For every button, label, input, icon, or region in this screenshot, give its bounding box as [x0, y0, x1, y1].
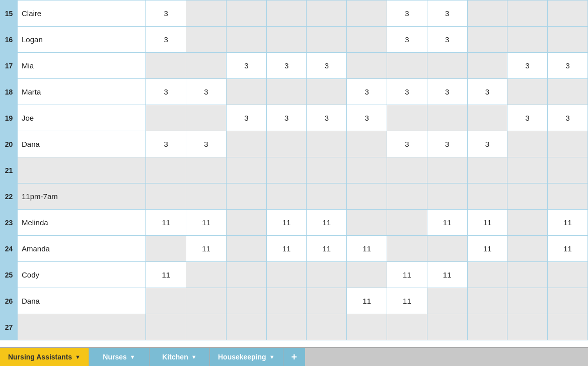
schedule-cell[interactable] — [266, 79, 307, 105]
schedule-cell[interactable] — [226, 157, 266, 184]
schedule-cell[interactable] — [507, 210, 548, 236]
schedule-cell[interactable]: 11 — [146, 262, 186, 288]
schedule-cell[interactable] — [387, 210, 427, 236]
schedule-cell[interactable]: 11 — [548, 210, 588, 236]
schedule-cell[interactable] — [507, 314, 548, 340]
employee-name[interactable]: Mia — [18, 53, 146, 79]
schedule-cell[interactable] — [387, 53, 427, 79]
schedule-cell[interactable] — [467, 105, 507, 131]
schedule-cell[interactable] — [146, 236, 186, 262]
schedule-cell[interactable]: 3 — [347, 79, 387, 105]
schedule-cell[interactable] — [548, 262, 588, 288]
schedule-cell[interactable]: 3 — [467, 131, 507, 157]
schedule-cell[interactable] — [146, 288, 186, 314]
schedule-cell[interactable] — [186, 314, 227, 340]
employee-name[interactable]: Claire — [18, 1, 146, 27]
schedule-cell[interactable]: 11 — [427, 262, 467, 288]
schedule-cell[interactable] — [467, 1, 507, 27]
schedule-cell[interactable]: 3 — [307, 105, 347, 131]
schedule-cell[interactable]: 3 — [387, 1, 427, 27]
schedule-cell[interactable] — [186, 184, 227, 210]
schedule-cell[interactable]: 11 — [186, 210, 227, 236]
schedule-cell[interactable] — [507, 288, 548, 314]
schedule-cell[interactable] — [548, 157, 588, 184]
employee-name[interactable]: Marta — [18, 79, 146, 105]
schedule-cell[interactable]: 11 — [266, 236, 307, 262]
schedule-cell[interactable] — [266, 184, 307, 210]
schedule-cell[interactable] — [427, 53, 467, 79]
schedule-cell[interactable]: 11 — [387, 262, 427, 288]
schedule-cell[interactable] — [548, 1, 588, 27]
schedule-cell[interactable]: 3 — [387, 27, 427, 53]
schedule-cell[interactable] — [507, 27, 548, 53]
employee-name[interactable]: 11pm-7am — [18, 184, 146, 210]
schedule-cell[interactable] — [427, 314, 467, 340]
schedule-cell[interactable]: 3 — [307, 53, 347, 79]
schedule-cell[interactable] — [266, 1, 307, 27]
schedule-cell[interactable] — [467, 157, 507, 184]
schedule-cell[interactable] — [347, 53, 387, 79]
schedule-cell[interactable] — [307, 1, 347, 27]
schedule-cell[interactable] — [347, 1, 387, 27]
schedule-cell[interactable]: 3 — [146, 27, 186, 53]
schedule-cell[interactable]: 3 — [226, 53, 266, 79]
schedule-cell[interactable]: 3 — [467, 79, 507, 105]
schedule-cell[interactable] — [507, 157, 548, 184]
schedule-cell[interactable] — [507, 262, 548, 288]
schedule-cell[interactable]: 11 — [427, 210, 467, 236]
schedule-cell[interactable] — [226, 1, 266, 27]
employee-name[interactable]: Melinda — [18, 210, 146, 236]
schedule-cell[interactable]: 11 — [186, 236, 227, 262]
schedule-cell[interactable] — [548, 131, 588, 157]
schedule-cell[interactable] — [226, 79, 266, 105]
schedule-cell[interactable] — [186, 27, 227, 53]
schedule-cell[interactable] — [467, 262, 507, 288]
schedule-cell[interactable]: 3 — [427, 131, 467, 157]
schedule-cell[interactable]: 3 — [226, 105, 266, 131]
schedule-cell[interactable] — [307, 262, 347, 288]
schedule-cell[interactable] — [387, 105, 427, 131]
schedule-cell[interactable]: 3 — [146, 131, 186, 157]
schedule-cell[interactable]: 11 — [548, 236, 588, 262]
schedule-cell[interactable]: 3 — [548, 105, 588, 131]
schedule-cell[interactable] — [427, 105, 467, 131]
schedule-cell[interactable] — [266, 157, 307, 184]
schedule-cell[interactable] — [307, 131, 347, 157]
schedule-cell[interactable] — [226, 262, 266, 288]
schedule-cell[interactable] — [548, 288, 588, 314]
schedule-cell[interactable]: 11 — [146, 210, 186, 236]
schedule-cell[interactable] — [226, 236, 266, 262]
schedule-cell[interactable] — [186, 262, 227, 288]
schedule-cell[interactable] — [387, 314, 427, 340]
schedule-cell[interactable]: 11 — [307, 210, 347, 236]
schedule-cell[interactable]: 11 — [347, 288, 387, 314]
schedule-cell[interactable] — [226, 210, 266, 236]
schedule-cell[interactable]: 3 — [186, 131, 227, 157]
schedule-cell[interactable] — [186, 288, 227, 314]
schedule-cell[interactable] — [507, 236, 548, 262]
schedule-cell[interactable] — [548, 79, 588, 105]
schedule-cell[interactable] — [427, 288, 467, 314]
schedule-cell[interactable] — [387, 157, 427, 184]
schedule-cell[interactable] — [347, 210, 387, 236]
schedule-cell[interactable] — [347, 157, 387, 184]
schedule-cell[interactable] — [226, 27, 266, 53]
schedule-cell[interactable] — [226, 184, 266, 210]
schedule-cell[interactable] — [266, 314, 307, 340]
employee-name[interactable]: Dana — [18, 131, 146, 157]
tab-housekeeping[interactable]: Housekeeping▼ — [210, 348, 283, 366]
schedule-cell[interactable] — [307, 314, 347, 340]
schedule-cell[interactable]: 3 — [507, 105, 548, 131]
schedule-cell[interactable] — [266, 27, 307, 53]
employee-name[interactable] — [18, 314, 146, 340]
schedule-cell[interactable] — [467, 184, 507, 210]
schedule-cell[interactable] — [307, 288, 347, 314]
schedule-cell[interactable] — [146, 157, 186, 184]
schedule-cell[interactable]: 3 — [507, 53, 548, 79]
schedule-cell[interactable] — [467, 288, 507, 314]
employee-name[interactable]: Joe — [18, 105, 146, 131]
schedule-cell[interactable]: 3 — [427, 27, 467, 53]
schedule-cell[interactable]: 3 — [427, 1, 467, 27]
schedule-cell[interactable] — [266, 288, 307, 314]
schedule-cell[interactable] — [467, 27, 507, 53]
